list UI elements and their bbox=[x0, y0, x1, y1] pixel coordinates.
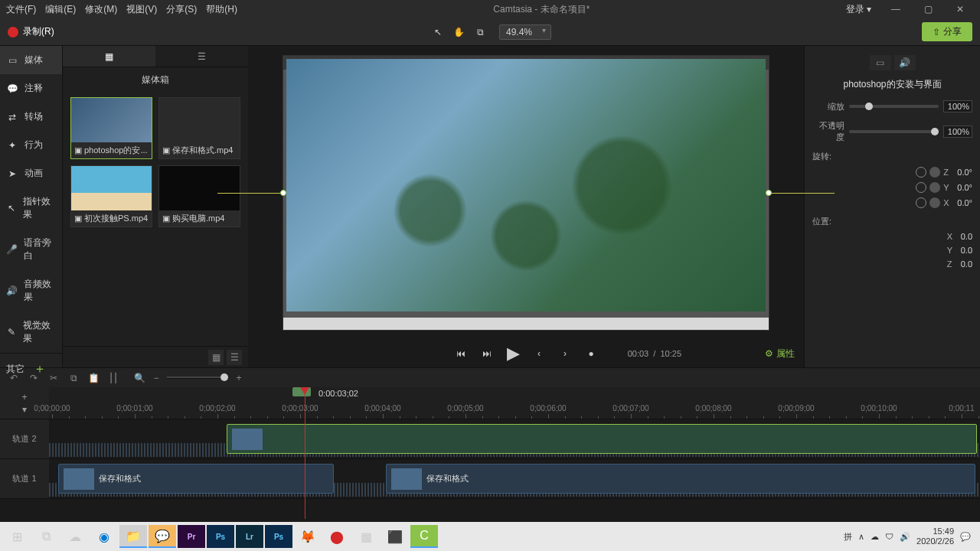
timeline-clip[interactable]: 保存和格式 bbox=[58, 464, 334, 494]
prev-marker-button[interactable]: ‹ bbox=[531, 346, 547, 361]
prev-frame-button[interactable]: ⏮ bbox=[453, 346, 469, 361]
pos-z-value[interactable]: 0.0 bbox=[961, 259, 972, 269]
pointer-tool[interactable]: ↖ bbox=[429, 23, 447, 41]
step-back-button[interactable]: ⏭ bbox=[479, 346, 495, 361]
maximize-button[interactable]: ▢ bbox=[914, 0, 942, 18]
preview-canvas[interactable] bbox=[283, 56, 769, 330]
timeline-clip[interactable]: 保存和格式 bbox=[386, 464, 975, 494]
paste-button[interactable]: 📋 bbox=[87, 372, 100, 384]
play-button[interactable]: ▶ bbox=[505, 346, 521, 361]
rotate-x-dial[interactable] bbox=[929, 197, 940, 208]
start-button[interactable]: ⊞ bbox=[3, 525, 31, 548]
hand-tool[interactable]: ✋ bbox=[450, 23, 469, 41]
taskbar-wechat[interactable]: 💬 bbox=[149, 525, 176, 548]
menu-edit[interactable]: 编辑(E) bbox=[45, 3, 76, 16]
taskbar-app-3[interactable]: ⬛ bbox=[381, 525, 409, 548]
rotate-y-value[interactable]: 0.0° bbox=[957, 183, 972, 192]
rotate-z-dial[interactable] bbox=[929, 167, 940, 178]
resize-handle-right[interactable] bbox=[766, 190, 772, 196]
media-item-3[interactable]: ▣购买电脑.mp4 bbox=[158, 165, 240, 227]
sidebar-item-cursor[interactable]: ↖指针效果 bbox=[0, 187, 62, 229]
sidebar-item-audio[interactable]: 🔊音频效果 bbox=[0, 270, 62, 311]
rotate-x-value[interactable]: 0.0° bbox=[957, 198, 972, 207]
sidebar-item-transition[interactable]: ⇄转场 bbox=[0, 103, 62, 131]
login-dropdown[interactable]: 登录 ▾ bbox=[846, 3, 871, 16]
properties-toggle[interactable]: ⚙ 属性 bbox=[765, 347, 795, 360]
scale-slider[interactable] bbox=[849, 105, 939, 108]
opacity-slider[interactable] bbox=[849, 130, 939, 133]
taskview-button[interactable]: ⧉ bbox=[32, 525, 60, 548]
scale-value[interactable]: 100% bbox=[943, 100, 972, 112]
media-item-2[interactable]: ▣初次接触PS.mp4 bbox=[70, 165, 152, 227]
tray-notifications-icon[interactable]: 💬 bbox=[960, 532, 971, 542]
taskbar-record[interactable]: ⬤ bbox=[323, 525, 351, 548]
taskbar-edge[interactable]: ◉ bbox=[90, 525, 118, 548]
rotate-x-ring[interactable] bbox=[916, 197, 926, 208]
minimize-button[interactable]: ― bbox=[882, 0, 910, 18]
record-button[interactable]: 录制(R) bbox=[8, 25, 54, 38]
rotate-y-dial[interactable] bbox=[929, 182, 940, 193]
sidebar-item-annotate[interactable]: 💬注释 bbox=[0, 74, 62, 103]
media-tab-grid[interactable]: ▦ bbox=[63, 46, 155, 67]
share-button[interactable]: ⇧ 分享 bbox=[922, 22, 972, 41]
rotate-z-value[interactable]: 0.0° bbox=[957, 168, 972, 177]
resize-handle-left[interactable] bbox=[280, 190, 286, 196]
sidebar-item-narration[interactable]: 🎤语音旁白 bbox=[0, 229, 62, 270]
add-track-button[interactable]: + bbox=[21, 392, 27, 403]
taskbar-ps[interactable]: Ps bbox=[207, 525, 234, 548]
rotate-z-ring[interactable] bbox=[916, 167, 926, 178]
tray-ime[interactable]: 拼 bbox=[844, 531, 852, 543]
pos-y-value[interactable]: 0.0 bbox=[961, 246, 972, 255]
menu-file[interactable]: 文件(F) bbox=[6, 3, 36, 16]
redo-button[interactable]: ↷ bbox=[28, 372, 40, 384]
media-item-0[interactable]: ▣photoshop的安... bbox=[70, 97, 152, 159]
menu-help[interactable]: 帮助(H) bbox=[206, 3, 237, 16]
tray-clock[interactable]: 15:49 2020/2/26 bbox=[916, 527, 954, 546]
taskbar-camtasia[interactable]: C bbox=[410, 525, 438, 548]
tray-chevron[interactable]: ∧ bbox=[858, 532, 864, 542]
copy-button[interactable]: ⧉ bbox=[67, 372, 80, 384]
zoom-in-button[interactable]: + bbox=[233, 372, 245, 384]
cut-button[interactable]: ✂ bbox=[47, 372, 60, 384]
close-button[interactable]: ✕ bbox=[946, 0, 974, 18]
taskbar-firefox[interactable]: 🦊 bbox=[294, 525, 322, 548]
next-marker-button[interactable]: › bbox=[557, 346, 573, 361]
taskbar-lr[interactable]: Lr bbox=[236, 525, 263, 548]
media-item-1[interactable]: ▣保存和格式.mp4 bbox=[158, 97, 240, 159]
taskbar-ps2[interactable]: Ps bbox=[265, 525, 292, 548]
sidebar-item-behavior[interactable]: ✦行为 bbox=[0, 131, 62, 159]
rotate-y-ring[interactable] bbox=[916, 182, 926, 193]
pos-x-value[interactable]: 0.0 bbox=[961, 232, 972, 241]
sidebar-item-media[interactable]: ▭媒体 bbox=[0, 46, 62, 74]
media-tab-list[interactable]: ☰ bbox=[155, 46, 248, 67]
opacity-value[interactable]: 100% bbox=[943, 126, 972, 138]
track-options-button[interactable]: ▾ bbox=[22, 404, 27, 415]
taskbar-app-2[interactable]: ▦ bbox=[352, 525, 380, 548]
menu-modify[interactable]: 修改(M) bbox=[85, 3, 117, 16]
playhead[interactable] bbox=[305, 387, 305, 519]
taskbar-app-1[interactable]: ☁ bbox=[61, 525, 89, 548]
props-tab-visual[interactable]: ▭ bbox=[870, 55, 891, 70]
zoom-dropdown[interactable]: 49.4% bbox=[499, 24, 551, 40]
track-body[interactable] bbox=[49, 419, 980, 458]
track-header[interactable]: 轨道 1 bbox=[0, 459, 49, 498]
menu-view[interactable]: 视图(V) bbox=[126, 3, 157, 16]
menu-share[interactable]: 分享(S) bbox=[166, 3, 197, 16]
track-body[interactable]: 保存和格式保存和格式 bbox=[49, 459, 980, 498]
zoom-out-button[interactable]: − bbox=[150, 372, 162, 384]
sidebar-item-visual[interactable]: ✎视觉效果 bbox=[0, 311, 62, 353]
taskbar-explorer[interactable]: 📁 bbox=[119, 525, 147, 548]
record-marker-button[interactable]: ● bbox=[583, 346, 599, 361]
view-grid-button[interactable]: ▦ bbox=[208, 350, 224, 365]
timeline-clip[interactable] bbox=[227, 424, 977, 454]
sidebar-item-animation[interactable]: ➤动画 bbox=[0, 159, 62, 187]
track-header[interactable]: 轨道 2 bbox=[0, 419, 49, 458]
timeline-zoom-slider[interactable] bbox=[167, 377, 228, 379]
props-tab-audio[interactable]: 🔊 bbox=[894, 55, 916, 70]
split-button[interactable]: ⎮⎮ bbox=[107, 372, 119, 384]
tray-volume-icon[interactable]: 🔊 bbox=[900, 532, 910, 542]
zoom-find-button[interactable]: 🔍 bbox=[133, 372, 145, 384]
undo-button[interactable]: ↶ bbox=[8, 372, 20, 384]
timeline-ruler[interactable]: + ▾ 0;00;00;000;00;01;000;00;02;000;00;0… bbox=[0, 387, 980, 419]
view-list-button[interactable]: ☰ bbox=[227, 350, 242, 365]
